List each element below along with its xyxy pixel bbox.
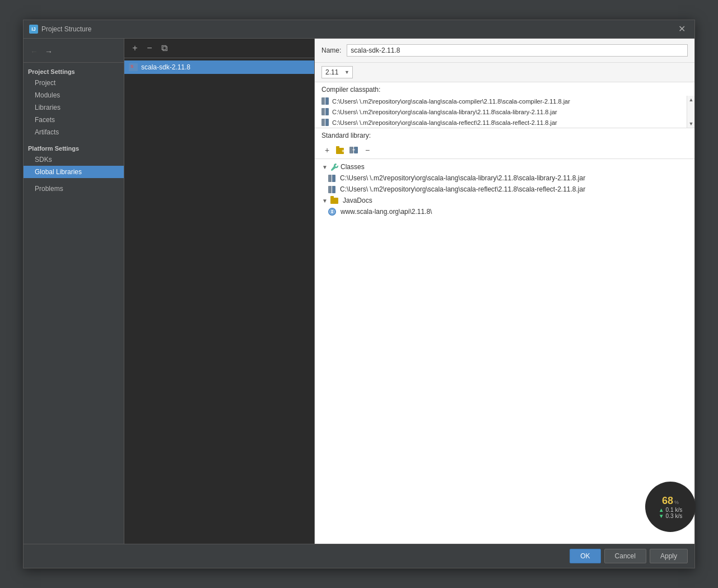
stdlib-remove-button[interactable]: −	[362, 144, 373, 156]
expand-javadocs-icon[interactable]: ▼	[321, 197, 328, 204]
title-bar: IJ Project Structure ✕	[24, 20, 694, 39]
apply-button[interactable]: Apply	[650, 549, 688, 563]
platform-settings-header: Platform Settings	[24, 142, 124, 153]
stdlib-add-folder-button[interactable]: +	[335, 144, 346, 156]
cancel-button[interactable]: Cancel	[604, 549, 646, 563]
remove-sdk-button[interactable]: −	[143, 42, 156, 54]
stdlib-toolbar: + + +	[315, 142, 694, 159]
sdk-list: scala-sdk-2.11.8	[124, 58, 314, 544]
tree-area: ▼ Classes C:\Users\ \.m2\repository\org\…	[315, 159, 694, 544]
ok-button[interactable]: OK	[570, 549, 600, 563]
jar-icon-1	[321, 108, 329, 115]
classes-node[interactable]: ▼ Classes	[315, 161, 694, 172]
download-row: ▼ 0.3 k/s	[659, 513, 683, 519]
javadocs-item-0[interactable]: www.scala-lang.org\api\2.11.8\	[315, 206, 694, 217]
expand-classes-icon[interactable]: ▼	[321, 164, 328, 170]
project-settings-header: Project Settings	[24, 65, 124, 77]
classes-path-0: C:\Users\ \.m2\repository\org\scala-lang…	[340, 174, 585, 182]
jar-icon-0	[321, 97, 329, 105]
nav-toolbar: ← →	[24, 43, 124, 63]
add-sdk-button[interactable]: +	[129, 42, 141, 54]
add-icon: +	[132, 43, 137, 53]
sdk-item-label: scala-sdk-2.11.8	[141, 63, 190, 71]
stdlib-add-button[interactable]: +	[321, 144, 333, 156]
javadocs-label: JavaDocs	[343, 197, 372, 204]
svg-rect-1	[336, 146, 339, 148]
svg-text:+: +	[342, 148, 344, 154]
javadocs-path-0: www.scala-lang.org\api\2.11.8\	[341, 208, 432, 216]
jar-icon-classes-1	[328, 186, 335, 193]
stdlib-area: Standard library: + +	[315, 128, 694, 544]
title-bar-left: IJ Project Structure	[29, 25, 91, 34]
classes-label: Classes	[341, 163, 365, 171]
stdlib-label: Standard library:	[315, 128, 694, 142]
sidebar-item-sdks[interactable]: SDKs	[24, 153, 124, 166]
compiler-classpath-area: C:\Users\ \.m2\repository\org\scala-lang…	[315, 96, 694, 128]
sdk-panel: + − ⧉ scala-sdk-2.11.8	[124, 39, 315, 544]
down-arrow: ▼	[659, 513, 664, 519]
sidebar-item-problems[interactable]: Problems	[24, 183, 124, 195]
upload-unit: k/s	[675, 507, 683, 513]
scroll-up-btn[interactable]: ▲	[687, 96, 694, 104]
sidebar-item-artifacts[interactable]: Artifacts	[24, 126, 124, 138]
sidebar-item-modules[interactable]: Modules	[24, 89, 124, 101]
classpath-path-0: C:\Users\ \.m2\repository\org\scala-lang…	[332, 98, 570, 105]
speed-percent: 68	[662, 495, 673, 507]
copy-icon: ⧉	[161, 43, 167, 53]
jar-icon-classes-0	[328, 175, 335, 182]
scroll-down-btn[interactable]: ▼	[687, 120, 694, 128]
dialog-title: Project Structure	[41, 25, 91, 33]
speed-suffix: %	[674, 500, 679, 505]
close-button[interactable]: ✕	[675, 24, 689, 35]
copy-sdk-button[interactable]: ⧉	[158, 42, 170, 54]
detail-header: Name:	[315, 39, 694, 63]
javadocs-node[interactable]: ▼ JavaDocs	[315, 195, 694, 206]
app-icon: IJ	[29, 25, 38, 34]
add-folder-icon: +	[336, 146, 345, 154]
download-unit: k/s	[675, 513, 683, 519]
upload-row: ▲ 0.1 k/s	[659, 507, 683, 513]
classpath-item-0[interactable]: C:\Users\ \.m2\repository\org\scala-lang…	[315, 96, 687, 106]
version-select[interactable]: 2.11 2.12 2.13	[321, 66, 353, 78]
version-wrapper: 2.11 2.12 2.13	[321, 66, 353, 78]
classes-path-1: C:\Users\ \.m2\repository\org\scala-lang…	[340, 185, 585, 193]
project-structure-dialog: IJ Project Structure ✕ ← → Project Setti…	[23, 20, 695, 568]
remove-icon: −	[147, 43, 152, 53]
classpath-item-2[interactable]: C:\Users\ \.m2\repository\org\scala-lang…	[315, 117, 687, 128]
compiler-classpath-label: Compiler classpath:	[315, 82, 694, 96]
stdlib-add-jar-button[interactable]: +	[348, 144, 360, 156]
name-input[interactable]	[347, 44, 688, 57]
classes-item-1[interactable]: C:\Users\ \.m2\repository\org\scala-lang…	[315, 184, 694, 195]
back-button[interactable]: ←	[28, 45, 40, 58]
scala-sdk-icon	[129, 63, 138, 71]
forward-button[interactable]: →	[43, 45, 55, 58]
add-jar-icon: +	[349, 146, 358, 154]
globe-icon	[328, 208, 336, 216]
sidebar-item-global-libraries[interactable]: Global Libraries	[24, 166, 124, 178]
sidebar-item-libraries[interactable]: Libraries	[24, 101, 124, 114]
problems-section: Problems	[24, 183, 124, 195]
dialog-body: ← → Project Settings Project Modules Lib…	[24, 39, 694, 544]
classpath-path-1: C:\Users\ \.m2\repository\org\scala-lang…	[332, 109, 557, 115]
jar-icon-2	[321, 119, 329, 126]
version-row: 2.11 2.12 2.13	[315, 63, 694, 82]
detail-panel: Name: 2.11 2.12 2.13 Compiler classpath:	[315, 39, 694, 544]
classpath-row: C:\Users\ \.m2\repository\org\scala-lang…	[315, 96, 694, 128]
sidebar-item-facets[interactable]: Facets	[24, 114, 124, 126]
javadocs-folder-icon	[330, 198, 338, 204]
svg-text:+: +	[352, 147, 355, 153]
classes-item-0[interactable]: C:\Users\ \.m2\repository\org\scala-lang…	[315, 172, 694, 184]
classpath-item-1[interactable]: C:\Users\ \.m2\repository\org\scala-lang…	[315, 106, 687, 117]
sidebar: ← → Project Settings Project Modules Lib…	[24, 39, 124, 544]
classes-icon	[330, 163, 338, 171]
classpath-scrollbar: ▲ ▼	[687, 96, 694, 128]
sdk-item-scala-2118[interactable]: scala-sdk-2.11.8	[124, 60, 314, 74]
download-speed: 0.3	[666, 513, 674, 519]
sidebar-item-project[interactable]: Project	[24, 77, 124, 89]
speed-widget: 68 % ▲ 0.1 k/s ▼ 0.3 k/s	[645, 482, 696, 532]
dialog-footer: OK Cancel Apply	[24, 544, 694, 568]
name-label: Name:	[321, 46, 341, 54]
classpath-list: C:\Users\ \.m2\repository\org\scala-lang…	[315, 96, 687, 128]
sdk-toolbar: + − ⧉	[124, 39, 314, 58]
up-arrow: ▲	[659, 507, 664, 513]
